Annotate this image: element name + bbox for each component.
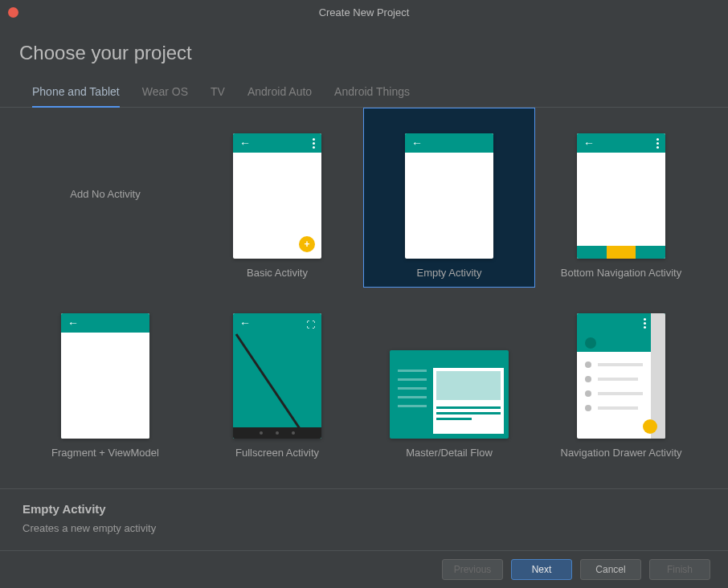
previous-button[interactable]: Previous — [442, 559, 503, 580]
thumb-appbar: ← — [61, 313, 149, 333]
master-list-icon — [398, 370, 427, 407]
template-label: Fullscreen Activity — [235, 447, 319, 459]
master-detail-icon — [433, 368, 504, 434]
template-thumb: ← — [405, 133, 493, 259]
template-label: Add No Activity — [70, 188, 140, 200]
overflow-icon — [656, 138, 659, 149]
tab-phone-tablet[interactable]: Phone and Tablet — [32, 79, 120, 108]
tab-bar: Phone and Tablet Wear OS TV Android Auto… — [0, 79, 728, 108]
content-area: Choose your project Phone and Tablet Wea… — [0, 24, 728, 588]
template-label: Empty Activity — [417, 267, 482, 279]
template-thumb — [577, 313, 665, 439]
template-label: Bottom Navigation Activity — [561, 267, 681, 279]
page-title: Choose your project — [0, 40, 728, 79]
system-nav-icon — [233, 427, 321, 439]
template-empty-activity[interactable]: ← Empty Activity — [363, 108, 535, 288]
window-title: Create New Project — [0, 6, 728, 18]
titlebar: Create New Project — [0, 0, 728, 24]
tab-wear-os[interactable]: Wear OS — [142, 79, 188, 108]
back-arrow-icon: ← — [411, 137, 423, 149]
expand-icon: ⛶ — [306, 320, 315, 329]
back-arrow-icon: ← — [583, 137, 595, 149]
template-no-activity[interactable]: Add No Activity — [19, 108, 191, 288]
template-fullscreen[interactable]: ← ⛶ Fullscreen Activity — [191, 288, 363, 468]
template-thumb: ← — [577, 133, 665, 259]
avatar-icon — [585, 337, 596, 349]
tab-android-auto[interactable]: Android Auto — [247, 79, 312, 108]
template-label: Navigation Drawer Activity — [561, 447, 682, 459]
description-text: Creates a new empty activity — [22, 522, 706, 534]
back-arrow-icon: ← — [239, 316, 251, 329]
template-grid: Add No Activity ← + Basic Activity — [19, 108, 718, 468]
template-fragment-viewmodel[interactable]: ← Fragment + ViewModel — [19, 288, 191, 468]
bottom-nav-icon — [577, 246, 665, 259]
template-thumb: ← — [61, 313, 149, 439]
drawer-list-icon — [577, 355, 651, 439]
back-arrow-icon: ← — [67, 316, 79, 329]
overflow-icon — [313, 138, 315, 149]
template-label: Fragment + ViewModel — [51, 447, 159, 459]
diagonal-line-icon — [233, 333, 321, 439]
cancel-button[interactable]: Cancel — [580, 559, 641, 580]
finish-button[interactable]: Finish — [649, 559, 710, 580]
template-bottom-nav[interactable]: ← Bottom Navigation Activity — [535, 108, 707, 288]
fab-icon: + — [299, 236, 315, 252]
description-panel: Empty Activity Creates a new empty activ… — [0, 488, 728, 550]
fullscreen-body — [233, 333, 321, 439]
thumb-appbar: ← — [233, 133, 321, 153]
template-label: Basic Activity — [247, 267, 308, 279]
fab-icon — [643, 419, 657, 434]
svg-line-0 — [236, 334, 305, 437]
thumb-appbar: ← — [405, 133, 493, 153]
template-thumb — [390, 350, 509, 439]
template-thumb: ← + — [233, 133, 321, 259]
description-title: Empty Activity — [22, 502, 706, 516]
tab-android-things[interactable]: Android Things — [334, 79, 410, 108]
dialog-window: Create New Project Choose your project P… — [0, 0, 728, 588]
overflow-icon — [644, 318, 646, 329]
template-label: Master/Detail Flow — [406, 447, 493, 459]
template-grid-scroll[interactable]: Add No Activity ← + Basic Activity — [19, 108, 718, 488]
thumb-appbar: ← ⛶ — [233, 313, 321, 333]
next-button[interactable]: Next — [511, 559, 572, 580]
template-nav-drawer[interactable]: Navigation Drawer Activity — [535, 288, 707, 468]
template-thumb: ← ⛶ — [233, 313, 321, 439]
footer-buttons: Previous Next Cancel Finish — [0, 550, 728, 588]
thumb-appbar: ← — [577, 133, 665, 153]
back-arrow-icon: ← — [239, 137, 251, 149]
template-basic-activity[interactable]: ← + Basic Activity — [191, 108, 363, 288]
template-master-detail[interactable]: Master/Detail Flow — [363, 288, 535, 468]
tab-tv[interactable]: TV — [211, 79, 225, 108]
